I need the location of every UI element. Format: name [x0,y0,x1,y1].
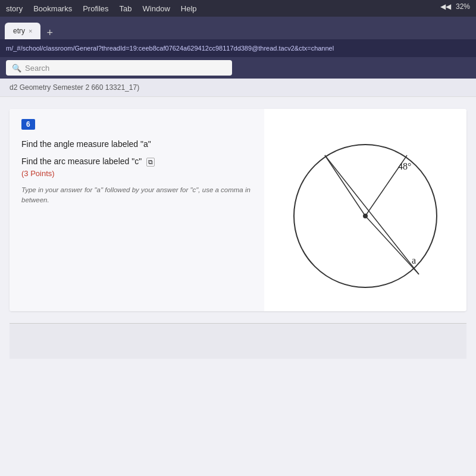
menu-item-window[interactable]: Window [143,4,170,13]
search-box[interactable]: 🔍 Search [6,60,232,76]
menu-bar: story Bookmarks Profiles Tab Window Help… [0,0,476,17]
menu-item-help[interactable]: Help [181,4,197,13]
question-points: (3 Points) [21,169,252,178]
angle-48-label: 48° [398,161,411,171]
question-line1: Find the angle measure labeled "a" [21,138,252,151]
circle-diagram: 48° a [282,127,449,293]
breadcrumb-text: d2 Geometry Semester 2 660 13321_17) [10,83,139,92]
battery-level: 32% [456,2,470,11]
tab-close-button[interactable]: × [29,27,32,35]
geometry-diagram: 48° a [282,127,449,293]
question-right-panel: 48° a [264,109,466,311]
tab-bar: etry × + [0,17,476,39]
copy-icon: ⧉ [146,158,155,167]
breadcrumb: d2 Geometry Semester 2 660 13321_17) [0,79,476,97]
search-bar-area: 🔍 Search [0,57,476,79]
browser-tab-active[interactable]: etry × [5,23,40,39]
tab-label: etry [13,27,25,35]
menu-item-story[interactable]: story [6,4,23,13]
answer-area[interactable] [10,323,466,359]
menu-item-tab[interactable]: Tab [120,4,132,13]
question-number-badge: 6 [21,119,35,130]
address-bar[interactable]: m/_#/school/classroom/General?threadId=1… [0,39,476,57]
new-tab-button[interactable]: + [43,27,57,39]
url-text: m/_#/school/classroom/General?threadId=1… [6,45,334,52]
battery-icon: ◀◀ [440,2,451,11]
angle-a-label: a [412,255,416,265]
question-left-panel: 6 Find the angle measure labeled "a" Fin… [10,109,264,311]
browser-content: d2 Geometry Semester 2 660 13321_17) 6 F… [0,79,476,476]
menu-item-bookmarks[interactable]: Bookmarks [33,4,72,13]
physical-background: story Bookmarks Profiles Tab Window Help… [0,0,476,77]
menu-item-profiles[interactable]: Profiles [83,4,108,13]
search-icon: 🔍 [12,64,21,73]
question-container: 6 Find the angle measure labeled "a" Fin… [10,109,466,311]
search-placeholder: Search [25,64,49,73]
question-line2: Find the arc measure labeled "c" ⧉ [21,156,252,167]
question-instruction: Type in your answer for "a" followed by … [21,185,252,206]
system-icons: ◀◀ 32% [440,2,470,11]
